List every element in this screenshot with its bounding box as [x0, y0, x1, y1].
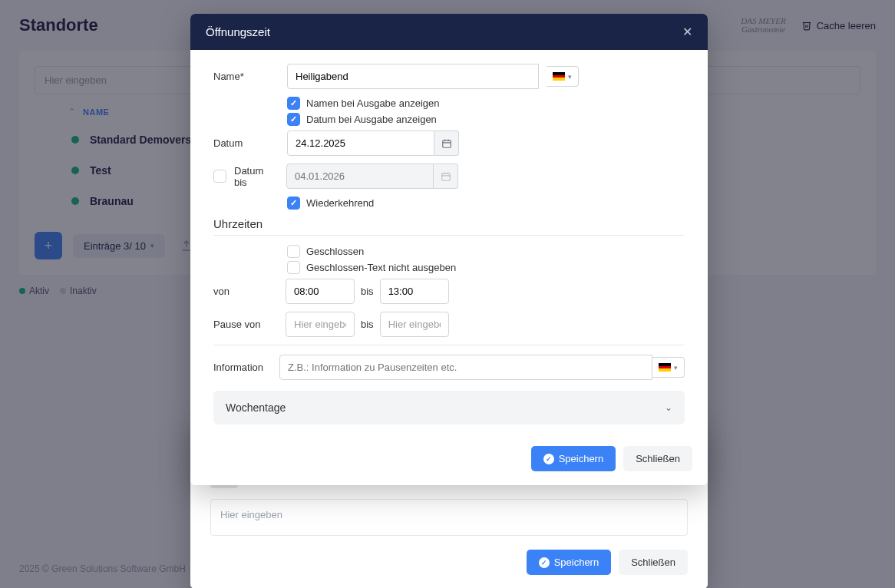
closed-no-text-checkbox[interactable]	[287, 261, 300, 274]
name-label: Name*	[213, 71, 279, 82]
closed-checkbox[interactable]	[287, 245, 300, 258]
close-icon[interactable]: ✕	[682, 25, 692, 39]
weekdays-title: Wochentage	[226, 401, 286, 414]
pause-from-input[interactable]	[286, 312, 355, 337]
svg-rect-4	[442, 140, 451, 147]
show-name-checkbox[interactable]	[287, 97, 300, 110]
editor-save-button[interactable]: ✓Speichern	[527, 550, 612, 575]
closed-no-text-label: Geschlossen-Text nicht ausgeben	[306, 262, 456, 273]
pause-from-label: Pause von	[213, 319, 279, 330]
pause-to-label: bis	[361, 319, 374, 330]
name-input[interactable]	[287, 64, 539, 89]
time-to-input[interactable]	[380, 279, 449, 304]
weekdays-accordion[interactable]: Wochentage ⌄	[213, 391, 685, 424]
info-label: Information	[213, 362, 279, 373]
editor-close-button[interactable]: Schließen	[619, 550, 688, 575]
svg-rect-5	[441, 173, 450, 180]
pause-to-input[interactable]	[380, 312, 449, 337]
show-name-label: Namen bei Ausgabe anzeigen	[306, 97, 439, 109]
to-label: bis	[361, 286, 374, 297]
recurring-label: Wiederkehrend	[306, 197, 374, 209]
calendar-icon	[441, 171, 451, 182]
opening-hours-modal: Öffnungszeit ✕ Name* ▾ Namen bei Ausgabe…	[190, 14, 708, 485]
save-button[interactable]: ✓Speichern	[531, 446, 616, 471]
close-button[interactable]: Schließen	[623, 446, 692, 471]
modal-title: Öffnungszeit	[206, 25, 270, 38]
date-to-enable-checkbox[interactable]	[213, 170, 226, 183]
date-picker-button[interactable]	[434, 130, 459, 156]
time-from-input[interactable]	[286, 279, 355, 304]
show-date-label: Datum bei Ausgabe anzeigen	[306, 114, 437, 125]
info-language-selector[interactable]: ▾	[652, 357, 685, 378]
name-language-selector[interactable]: ▾	[547, 66, 579, 87]
editor-textarea[interactable]: Hier eingeben	[210, 499, 688, 536]
closed-label: Geschlossen	[306, 246, 364, 257]
flag-de-icon	[659, 363, 671, 372]
show-date-checkbox[interactable]	[287, 113, 300, 126]
calendar-icon	[441, 138, 452, 149]
info-input[interactable]	[279, 355, 652, 380]
from-label: von	[213, 286, 279, 297]
date-to-input	[286, 164, 434, 189]
date-to-picker-button	[434, 164, 458, 189]
recurring-checkbox[interactable]	[287, 197, 300, 210]
times-section-title: Uhrzeiten	[213, 217, 685, 230]
chevron-down-icon: ⌄	[665, 402, 672, 413]
flag-de-icon	[553, 72, 565, 81]
date-input[interactable]	[287, 130, 434, 156]
date-label: Datum	[213, 137, 279, 149]
check-circle-icon: ✓	[543, 454, 554, 464]
date-to-label: Datum bis	[234, 165, 279, 188]
